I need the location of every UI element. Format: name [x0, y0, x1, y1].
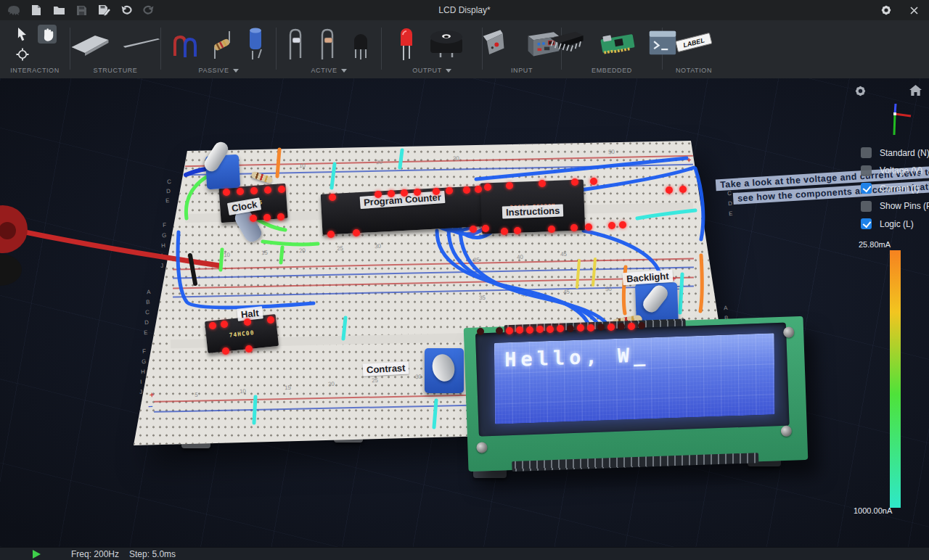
lcd-text: Hello, W_: [504, 343, 650, 371]
checkbox-checked-icon[interactable]: [861, 218, 872, 229]
home-view-icon[interactable]: [909, 84, 922, 96]
pin-high-dot: [514, 227, 521, 234]
label-tool[interactable]: LABEL: [669, 27, 719, 59]
dropdown-arrow-icon[interactable]: [233, 69, 239, 73]
chip-marking: 74HC00: [229, 329, 255, 339]
screw: [476, 442, 488, 453]
view-option-voltage[interactable]: Voltage (V): [861, 165, 929, 176]
board-label-contrast[interactable]: Contrast: [363, 361, 409, 376]
pin-high-dot: [557, 325, 564, 332]
view-option-standard[interactable]: Standard (N): [861, 147, 929, 158]
pin-high-dot: [607, 324, 615, 331]
diode-tool[interactable]: [285, 23, 309, 62]
ic-chip-tool[interactable]: [545, 24, 589, 62]
board-label-instructions[interactable]: Instructions: [502, 205, 564, 219]
capacitor-tool[interactable]: [243, 23, 268, 62]
pin-high-dot: [221, 321, 228, 328]
pin-high-dot: [608, 222, 615, 229]
axis-gizmo: [883, 102, 914, 138]
lcd-module[interactable]: Hello, W_: [464, 316, 809, 472]
view-option-label: Voltage (V): [880, 165, 922, 176]
scale-max-label: 25.80mA: [859, 240, 891, 249]
breadboard-tool[interactable]: [67, 27, 112, 59]
view-option-logic[interactable]: Logic (L): [861, 218, 929, 229]
section-label-passive: PASSIVE: [198, 67, 229, 74]
pin-high-dot: [353, 229, 360, 236]
pin-high-dot: [446, 187, 453, 194]
scale-min-label: 1000.00nA: [854, 506, 892, 515]
checkbox-icon[interactable]: [861, 201, 872, 212]
view-option-label: Current (I): [880, 184, 920, 194]
checkbox-icon[interactable]: [861, 147, 872, 158]
pin-high-dot: [250, 187, 258, 194]
pin-high-dot: [506, 327, 513, 334]
3d-viewport[interactable]: 1020305051015202530354045354045505101520…: [0, 78, 929, 547]
transistor-tool[interactable]: [348, 23, 373, 62]
view-option-label: Logic (L): [880, 219, 914, 229]
pin-low-dot: [496, 327, 503, 334]
view-option-label: Show Pins (P): [880, 201, 929, 211]
pin-high-dot: [433, 188, 440, 195]
pin-high-dot: [526, 326, 533, 334]
pin-high-dot: [539, 180, 546, 187]
view-option-label: Standard (N): [880, 148, 929, 158]
orbit-tool[interactable]: [14, 46, 31, 63]
pan-tool[interactable]: [38, 25, 57, 44]
wires-layer: [0, 78, 929, 547]
section-label-active: ACTIVE: [311, 67, 337, 74]
checkbox-icon[interactable]: [861, 165, 872, 176]
pin-high-dot: [209, 322, 216, 329]
pin-high-dot: [501, 228, 508, 235]
power-supply-tool[interactable]: [480, 24, 515, 62]
pin-high-dot: [516, 326, 523, 334]
pin-high-dot: [327, 231, 335, 238]
settings-gear-icon[interactable]: [878, 2, 894, 18]
buzzer-tool[interactable]: [425, 24, 468, 62]
close-icon[interactable]: [906, 2, 922, 18]
pin-high-dot: [264, 186, 271, 194]
section-label-interaction: INTERACTION: [10, 65, 60, 75]
pin-low-dot: [638, 322, 645, 329]
component-toolbar: INTERACTION STRUCTURE PASSIVE: [0, 20, 929, 80]
pin-low-dot: [567, 325, 574, 332]
pin-high-dot: [628, 323, 635, 330]
pin-low-dot: [597, 324, 605, 331]
wire-rod-tool[interactable]: [120, 29, 163, 57]
dropdown-arrow-icon[interactable]: [341, 69, 347, 73]
diode-alt-tool[interactable]: [316, 23, 341, 62]
microcontroller-tool[interactable]: [596, 25, 639, 60]
pin-high-dot: [245, 345, 253, 353]
select-tool[interactable]: [14, 25, 31, 44]
current-scale-bar: [890, 250, 901, 508]
pin-high-dot: [475, 186, 482, 193]
pin-high-dot: [222, 347, 229, 355]
pin-high-dot: [463, 186, 470, 194]
jumper-wires-tool[interactable]: [169, 25, 201, 61]
resistor-tool[interactable]: [208, 24, 236, 62]
pin-high-dot: [506, 182, 513, 189]
view-option-show[interactable]: Show Pins (P): [861, 201, 929, 212]
led-tool[interactable]: [396, 22, 417, 63]
pin-high-dot: [244, 318, 251, 326]
pin-high-dot: [536, 326, 544, 333]
pin-low-dot: [477, 328, 484, 335]
toolbar-section-active: ACTIVE: [277, 20, 381, 78]
section-label-notation: NOTATION: [676, 65, 712, 75]
view-options-panel: Standard (N)Voltage (V)Current (I)Show P…: [861, 147, 929, 229]
pin-high-dot: [278, 186, 285, 193]
status-step: Step: 5.0ms: [129, 549, 176, 559]
pin-high-dot: [414, 189, 421, 196]
dropdown-arrow-icon[interactable]: [446, 69, 451, 73]
checkbox-checked-icon[interactable]: [861, 183, 872, 194]
viewport-settings-gear-icon[interactable]: [854, 84, 867, 98]
view-option-current[interactable]: Current (I): [861, 183, 929, 194]
pin-high-dot: [571, 178, 578, 186]
pin-high-dot: [470, 226, 477, 233]
pin-high-dot: [547, 326, 554, 333]
pin-high-dot: [401, 189, 408, 197]
pin-high-dot: [585, 223, 592, 231]
lcd-screen: Hello, W_: [494, 333, 775, 424]
toolbar-section-interaction: INTERACTION: [0, 20, 70, 78]
play-icon[interactable]: [33, 550, 41, 559]
pin-low-dot: [618, 323, 625, 330]
